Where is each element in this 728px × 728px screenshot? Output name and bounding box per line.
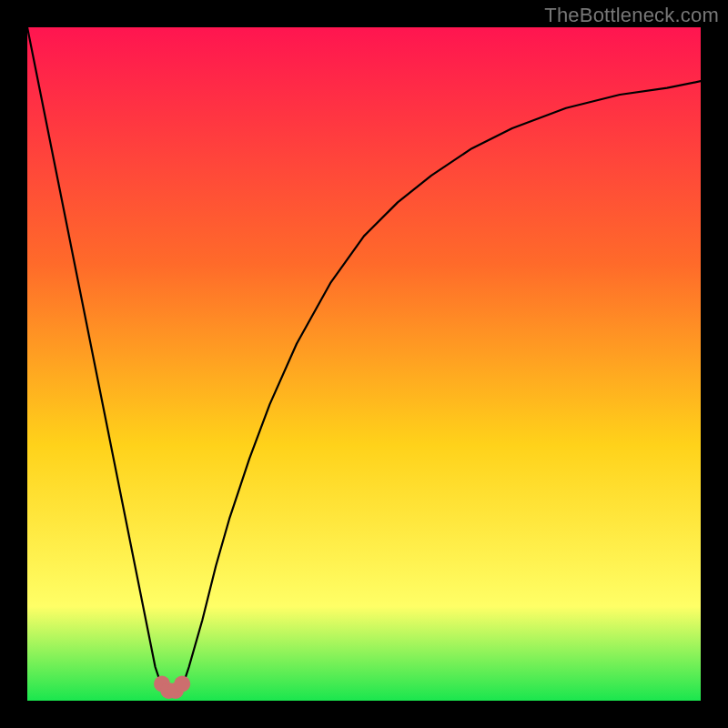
watermark-text: TheBottleneck.com	[544, 4, 719, 27]
chart-frame: TheBottleneck.com	[0, 0, 728, 728]
chart-svg	[27, 27, 701, 701]
gradient-background	[27, 27, 701, 701]
optimum-marker	[174, 676, 190, 693]
plot-area	[27, 27, 701, 701]
